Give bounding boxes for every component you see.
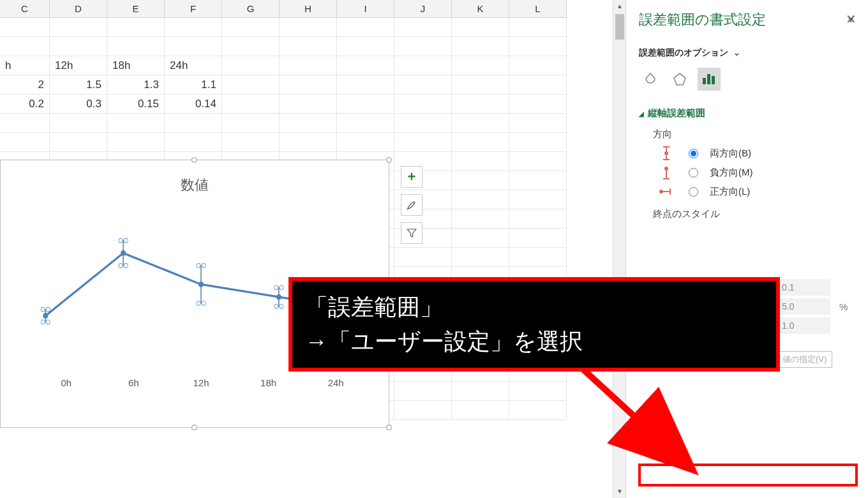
svg-point-31 (280, 304, 283, 308)
cell[interactable]: 2 (0, 75, 50, 94)
col-header[interactable]: G (222, 0, 280, 18)
direction-label: 方向 (653, 128, 855, 140)
svg-point-19 (198, 282, 204, 287)
resize-handle[interactable] (386, 425, 392, 430)
svg-marker-41 (674, 73, 685, 85)
svg-rect-44 (712, 76, 715, 84)
cell[interactable]: 0.3 (50, 94, 107, 114)
svg-point-13 (124, 238, 128, 243)
scroll-down-icon[interactable]: ▼ (613, 485, 626, 498)
col-header[interactable]: H (280, 0, 337, 18)
chart-style-button[interactable] (401, 194, 423, 216)
direction-option-minus[interactable]: 負方向(M) (655, 165, 855, 180)
svg-point-27 (276, 294, 281, 300)
data-row[interactable]: 0.2 0.3 0.15 0.14 (0, 94, 613, 114)
svg-point-28 (274, 285, 278, 290)
svg-point-48 (664, 151, 668, 155)
col-header[interactable]: I (337, 0, 394, 18)
cell[interactable]: 1.5 (50, 75, 107, 94)
col-header[interactable]: C (0, 0, 50, 18)
svg-point-51 (664, 167, 668, 170)
plus-direction-icon (655, 184, 677, 199)
end-style-label: 終点のスタイル (653, 208, 855, 220)
direction-option-both[interactable]: 両方向(B) (655, 146, 855, 161)
chevron-down-icon[interactable]: ⌄ (733, 48, 740, 57)
panel-close-button[interactable]: ✕ (846, 11, 857, 27)
cell[interactable]: 0.14 (165, 94, 222, 114)
chart-filter-button[interactable] (401, 222, 423, 244)
category-label: 0h (33, 377, 100, 393)
worksheet-area[interactable]: C D E F G H I J K L h 12h 18h 24h 2 (0, 0, 625, 498)
fill-line-tab-icon[interactable] (639, 68, 662, 91)
cell[interactable]: h (0, 56, 50, 75)
cell[interactable]: 1.3 (107, 75, 165, 94)
category-label: 6h (100, 377, 168, 393)
svg-point-54 (659, 190, 663, 193)
callout-line: →「ユーザー設定」を選択 (305, 324, 763, 359)
svg-point-3 (43, 313, 48, 319)
svg-rect-43 (707, 74, 710, 84)
col-header[interactable]: D (50, 0, 107, 18)
svg-point-22 (197, 301, 200, 306)
cell[interactable]: 1.1 (165, 75, 222, 94)
options-tab-icon[interactable] (698, 68, 721, 91)
chart-add-element-button[interactable]: + (401, 166, 423, 188)
svg-point-30 (274, 304, 278, 308)
specify-value-button[interactable]: 値の指定(V) (777, 351, 832, 368)
svg-point-5 (46, 307, 50, 312)
fixed-value-input[interactable]: 0.1 (777, 279, 830, 296)
radio-minus[interactable] (689, 168, 698, 177)
col-header[interactable]: J (394, 0, 452, 18)
scroll-thumb[interactable] (615, 14, 624, 40)
cell[interactable]: 0.2 (0, 94, 50, 114)
svg-point-20 (197, 264, 200, 268)
category-label: 12h (167, 377, 235, 393)
svg-point-14 (119, 264, 123, 268)
svg-point-21 (202, 264, 206, 268)
svg-point-11 (121, 250, 126, 256)
option-label: 負方向(M) (710, 167, 753, 179)
col-header[interactable]: F (165, 0, 222, 18)
panel-subtitle: 誤差範囲のオプション (639, 47, 728, 57)
col-header[interactable]: E (107, 0, 165, 18)
scroll-up-icon[interactable]: ▲ (613, 0, 626, 13)
option-label: 両方向(B) (710, 147, 751, 160)
percent-value-input[interactable]: 5.0 (777, 298, 830, 315)
effects-tab-icon[interactable] (668, 68, 691, 91)
svg-point-7 (46, 320, 50, 324)
col-header[interactable]: L (509, 0, 567, 18)
cell[interactable]: 18h (107, 56, 165, 75)
data-row[interactable]: h 12h 18h 24h (0, 56, 613, 75)
direction-option-plus[interactable]: 正方向(L) (655, 184, 855, 199)
callout-line: 「誤差範囲」 (305, 290, 763, 324)
radio-both[interactable] (689, 149, 698, 158)
svg-point-29 (280, 285, 283, 290)
radio-plus[interactable] (689, 187, 698, 197)
both-direction-icon (655, 146, 677, 161)
cell[interactable]: 24h (165, 56, 222, 75)
stddev-value-input[interactable]: 1.0 (777, 317, 830, 334)
resize-handle[interactable] (386, 157, 392, 163)
category-label: 24h (302, 377, 370, 393)
svg-point-12 (119, 238, 123, 243)
chart-title[interactable]: 数値 (1, 160, 389, 195)
svg-point-23 (202, 301, 206, 306)
col-header[interactable]: K (452, 0, 509, 18)
percent-unit: % (839, 301, 848, 312)
data-row[interactable]: 2 1.5 1.3 1.1 (0, 75, 613, 94)
minus-direction-icon (655, 165, 677, 180)
cell[interactable]: 0.15 (107, 94, 165, 114)
svg-point-6 (41, 320, 45, 324)
cell[interactable]: 12h (50, 56, 107, 75)
svg-rect-42 (703, 78, 706, 84)
resize-handle[interactable] (191, 157, 197, 163)
resize-handle[interactable] (191, 425, 197, 430)
vertical-scrollbar[interactable]: ▲ ▼ (613, 0, 625, 498)
format-error-bars-panel: 誤差範囲の書式設定 ▼ ✕ 誤差範囲のオプション ⌄ 縦軸誤差範囲 方向 (625, 0, 868, 498)
svg-point-15 (124, 264, 128, 268)
section-vertical-error-bar[interactable]: 縦軸誤差範囲 (639, 107, 855, 119)
column-headers: C D E F G H I J K L (0, 0, 613, 18)
option-label: 正方向(L) (710, 186, 750, 198)
svg-point-4 (41, 307, 45, 312)
panel-title: 誤差範囲の書式設定 (639, 10, 766, 29)
